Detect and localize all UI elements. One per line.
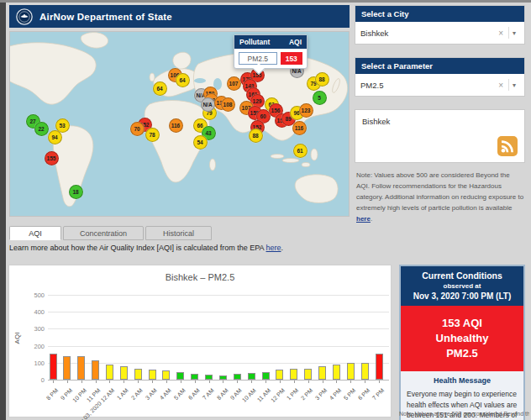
chart-x-tick: [237, 381, 238, 383]
chart-x-tick-label: 3 PM: [314, 387, 329, 402]
map-marker[interactable]: 107: [227, 76, 241, 91]
map-tooltip-header: Pollutant AQI: [234, 35, 307, 49]
map-marker[interactable]: 5: [313, 91, 327, 105]
chart-x-tick: [251, 381, 252, 383]
note-text: Note: Values above 500 are considered Be…: [356, 171, 523, 212]
chart-x-tick-label: 1 AM: [116, 387, 129, 401]
chart-bar[interactable]: [262, 372, 270, 380]
city-clear-icon[interactable]: ×: [493, 29, 508, 38]
current-conditions-header: Current Conditions observed at Nov 3, 20…: [401, 266, 523, 306]
chart-bar[interactable]: [162, 370, 170, 380]
tab-historical[interactable]: Historical: [145, 226, 212, 240]
chart-x-tick: [365, 381, 365, 383]
chart-x-tick: [280, 381, 281, 383]
tab-concentration[interactable]: Concentration: [63, 226, 144, 240]
chart-bar[interactable]: [248, 373, 255, 380]
chart-bar[interactable]: [304, 369, 312, 380]
map-marker[interactable]: 54: [193, 135, 208, 150]
select-city-panel: Select a City Bishkek × ▾: [355, 5, 525, 45]
chart-x-tick: [181, 381, 181, 383]
city-select-value: Bishkek: [360, 29, 493, 38]
chart-x-tick-label: 5 AM: [173, 387, 187, 401]
chart-x-tick: [67, 381, 68, 383]
chart-y-tick-label: 200: [23, 343, 45, 350]
parameter-clear-icon[interactable]: ×: [493, 81, 508, 90]
chart-x-tick: [195, 381, 196, 383]
chart-bar[interactable]: [205, 375, 213, 380]
chart-bar[interactable]: [361, 363, 369, 380]
map-marker[interactable]: 108: [221, 97, 235, 112]
chart-x-tick: [124, 381, 124, 383]
chart-bar[interactable]: [149, 370, 156, 380]
chart-bar[interactable]: [134, 369, 142, 380]
chart-bar[interactable]: [318, 366, 326, 380]
city-select[interactable]: Bishkek × ▾: [355, 22, 524, 44]
chart-bar[interactable]: [191, 374, 198, 380]
chart-bar[interactable]: [347, 363, 355, 380]
chart-bar[interactable]: [276, 370, 283, 380]
map-marker[interactable]: 64: [176, 73, 190, 87]
chart-bar[interactable]: [92, 360, 99, 380]
chart-x-tick-label: 11 AM: [255, 387, 271, 403]
map-marker[interactable]: N/A: [201, 97, 215, 112]
chart-x-tick-label: 10 AM: [241, 387, 257, 403]
chart-bar[interactable]: [120, 366, 128, 380]
chart-x-tick-label: 10 PM: [71, 387, 87, 403]
map-marker[interactable]: 155: [45, 151, 59, 165]
window-edge-top: [0, 0, 531, 3]
map-marker[interactable]: 116: [292, 121, 307, 135]
select-parameter-header: Select a Parameter: [355, 58, 524, 74]
dos-seal-icon: [16, 8, 33, 25]
chart-y-tick-label: 300: [23, 325, 45, 333]
select-city-header: Select a City: [355, 6, 524, 22]
map-tooltip: Pollutant AQI PM2.5 153: [234, 34, 308, 69]
map-marker[interactable]: 123: [299, 103, 313, 118]
chart-bar[interactable]: [77, 356, 85, 380]
map-marker[interactable]: 18: [69, 185, 83, 199]
current-conditions-panel: Current Conditions observed at Nov 3, 20…: [399, 265, 525, 420]
chart-bar[interactable]: [63, 356, 71, 380]
aqi-chart-card: Bishkek – PM2.5 AQI 01002003004005008 PM…: [8, 265, 392, 417]
map-marker[interactable]: 116: [169, 118, 183, 133]
chart-bar[interactable]: [376, 354, 383, 380]
map-tooltip-body: PM2.5 153: [234, 49, 307, 68]
world-map[interactable]: 27225394155181066464152707811679664354N/…: [9, 31, 350, 217]
parameter-caret-down-icon[interactable]: ▾: [509, 81, 519, 89]
chart-bar[interactable]: [290, 369, 297, 380]
feed-city-label: Bishkek: [355, 110, 524, 126]
chart-bar[interactable]: [333, 365, 340, 380]
rss-icon[interactable]: [497, 136, 518, 156]
map-marker[interactable]: 70: [130, 122, 145, 136]
chart-bar[interactable]: [50, 354, 57, 380]
city-caret-down-icon[interactable]: ▾: [509, 29, 519, 37]
current-aqi-category: Unhealthy: [404, 331, 520, 346]
current-aqi-banner: 153 AQI Unhealthy PM2.5: [401, 306, 523, 371]
learn-more-text: Learn more about how the Air Quality Ind…: [9, 244, 283, 252]
tab-aqi[interactable]: AQI: [9, 226, 61, 240]
map-marker[interactable]: 94: [48, 130, 62, 144]
current-conditions-subtitle: observed at: [404, 282, 520, 290]
map-marker[interactable]: 78: [145, 128, 160, 142]
map-marker[interactable]: 22: [34, 122, 49, 136]
chart-x-tick: [323, 381, 323, 383]
map-marker[interactable]: 88: [249, 129, 263, 143]
learn-more-link[interactable]: here: [266, 244, 281, 252]
map-marker[interactable]: 64: [153, 81, 167, 96]
beyond-aqi-note: Note: Values above 500 are considered Be…: [356, 170, 524, 224]
chart-gridline: [48, 346, 389, 347]
chart-bar[interactable]: [106, 365, 113, 380]
beyond-aqi-note-clipped: Note: Values above 500 are considered Be…: [399, 411, 529, 417]
window-edge-left: [0, 0, 6, 420]
chart-x-tick: [350, 381, 351, 383]
chart-bar[interactable]: [234, 374, 241, 380]
chart-x-tick-label: 7 PM: [371, 387, 385, 402]
parameter-select[interactable]: PM2.5 × ▾: [355, 74, 524, 96]
chart-bar[interactable]: [176, 372, 184, 380]
map-marker[interactable]: 61: [293, 144, 308, 158]
chart-x-tick: [294, 381, 295, 383]
chart-x-tick-label: 2 PM: [300, 387, 314, 402]
map-marker[interactable]: 88: [315, 72, 329, 87]
learn-more-after: .: [281, 244, 284, 252]
note-link[interactable]: here: [356, 215, 371, 223]
chart-bar[interactable]: [219, 375, 227, 380]
